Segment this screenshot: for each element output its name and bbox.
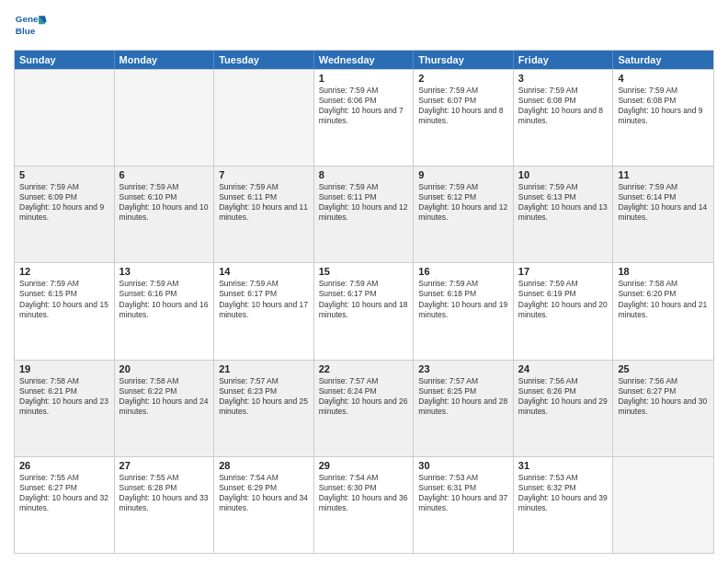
day-cell-2: 2Sunrise: 7:59 AMSunset: 6:07 PMDaylight… (414, 70, 514, 166)
day-cell-6: 6Sunrise: 7:59 AMSunset: 6:10 PMDaylight… (115, 167, 215, 262)
day-info: Sunrise: 7:53 AMSunset: 6:32 PMDaylight:… (518, 473, 609, 513)
day-cell-7: 7Sunrise: 7:59 AMSunset: 6:11 PMDaylight… (214, 167, 314, 262)
day-number: 2 (418, 73, 508, 84)
day-info: Sunrise: 7:59 AMSunset: 6:06 PMDaylight:… (319, 86, 409, 126)
day-cell-24: 24Sunrise: 7:56 AMSunset: 6:26 PMDayligh… (514, 361, 614, 456)
day-number: 6 (119, 169, 210, 180)
calendar-header: SundayMondayTuesdayWednesdayThursdayFrid… (15, 51, 713, 69)
day-cell-4: 4Sunrise: 7:59 AMSunset: 6:08 PMDaylight… (613, 70, 713, 166)
calendar-page: General Blue SundayMondayTuesdayWednesda… (0, 0, 728, 563)
header-day-saturday: Saturday (613, 51, 713, 69)
day-cell-10: 10Sunrise: 7:59 AMSunset: 6:13 PMDayligh… (514, 167, 614, 262)
day-cell-17: 17Sunrise: 7:59 AMSunset: 6:19 PMDayligh… (514, 263, 614, 359)
day-number: 8 (319, 169, 409, 180)
calendar: SundayMondayTuesdayWednesdayThursdayFrid… (14, 50, 714, 554)
day-number: 15 (319, 266, 409, 277)
day-number: 20 (119, 363, 210, 374)
day-number: 19 (19, 363, 109, 374)
day-info: Sunrise: 7:56 AMSunset: 6:26 PMDaylight:… (518, 376, 609, 417)
day-info: Sunrise: 7:59 AMSunset: 6:07 PMDaylight:… (418, 86, 508, 126)
calendar-row: 1Sunrise: 7:59 AMSunset: 6:06 PMDaylight… (15, 69, 713, 166)
day-cell-15: 15Sunrise: 7:59 AMSunset: 6:17 PMDayligh… (314, 263, 415, 359)
day-number: 7 (219, 169, 309, 180)
day-info: Sunrise: 7:58 AMSunset: 6:22 PMDaylight:… (119, 376, 210, 417)
day-number: 4 (618, 73, 709, 84)
day-info: Sunrise: 7:59 AMSunset: 6:17 PMDaylight:… (319, 279, 409, 319)
calendar-body: 1Sunrise: 7:59 AMSunset: 6:06 PMDaylight… (15, 69, 713, 553)
day-cell-3: 3Sunrise: 7:59 AMSunset: 6:08 PMDaylight… (514, 70, 614, 166)
day-cell-25: 25Sunrise: 7:56 AMSunset: 6:27 PMDayligh… (613, 361, 713, 456)
day-cell-27: 27Sunrise: 7:55 AMSunset: 6:28 PMDayligh… (115, 457, 215, 553)
day-number: 13 (119, 266, 210, 277)
day-info: Sunrise: 7:59 AMSunset: 6:11 PMDaylight:… (319, 182, 409, 223)
day-cell-26: 26Sunrise: 7:55 AMSunset: 6:27 PMDayligh… (15, 457, 115, 553)
day-cell-22: 22Sunrise: 7:57 AMSunset: 6:24 PMDayligh… (314, 361, 415, 456)
day-number: 11 (618, 169, 709, 180)
header-day-monday: Monday (115, 51, 215, 69)
day-number: 5 (19, 169, 109, 180)
calendar-row: 19Sunrise: 7:58 AMSunset: 6:21 PMDayligh… (15, 360, 713, 456)
day-number: 16 (418, 266, 508, 277)
day-info: Sunrise: 7:59 AMSunset: 6:17 PMDaylight:… (219, 279, 309, 319)
day-info: Sunrise: 7:58 AMSunset: 6:21 PMDaylight:… (19, 376, 109, 417)
header-day-thursday: Thursday (414, 51, 514, 69)
day-number: 30 (418, 460, 508, 471)
day-info: Sunrise: 7:59 AMSunset: 6:08 PMDaylight:… (518, 86, 609, 126)
day-info: Sunrise: 7:55 AMSunset: 6:27 PMDaylight:… (19, 473, 109, 513)
empty-cell (15, 70, 115, 166)
day-cell-8: 8Sunrise: 7:59 AMSunset: 6:11 PMDaylight… (314, 167, 415, 262)
day-cell-31: 31Sunrise: 7:53 AMSunset: 6:32 PMDayligh… (514, 457, 614, 553)
day-info: Sunrise: 7:57 AMSunset: 6:23 PMDaylight:… (219, 376, 309, 417)
day-info: Sunrise: 7:59 AMSunset: 6:12 PMDaylight:… (418, 182, 508, 223)
calendar-row: 12Sunrise: 7:59 AMSunset: 6:15 PMDayligh… (15, 262, 713, 359)
day-cell-5: 5Sunrise: 7:59 AMSunset: 6:09 PMDaylight… (15, 167, 115, 262)
day-number: 31 (518, 460, 609, 471)
day-number: 24 (518, 363, 609, 374)
day-cell-1: 1Sunrise: 7:59 AMSunset: 6:06 PMDaylight… (314, 70, 415, 166)
calendar-row: 26Sunrise: 7:55 AMSunset: 6:27 PMDayligh… (15, 456, 713, 553)
day-info: Sunrise: 7:59 AMSunset: 6:11 PMDaylight:… (219, 182, 309, 223)
day-number: 21 (219, 363, 309, 374)
header-day-friday: Friday (514, 51, 614, 69)
day-info: Sunrise: 7:57 AMSunset: 6:25 PMDaylight:… (418, 376, 508, 417)
day-number: 18 (618, 266, 709, 277)
empty-cell (613, 457, 713, 553)
day-info: Sunrise: 7:59 AMSunset: 6:15 PMDaylight:… (19, 279, 109, 319)
day-number: 9 (418, 169, 508, 180)
day-cell-14: 14Sunrise: 7:59 AMSunset: 6:17 PMDayligh… (214, 263, 314, 359)
day-cell-28: 28Sunrise: 7:54 AMSunset: 6:29 PMDayligh… (214, 457, 314, 553)
day-cell-9: 9Sunrise: 7:59 AMSunset: 6:12 PMDaylight… (414, 167, 514, 262)
day-cell-11: 11Sunrise: 7:59 AMSunset: 6:14 PMDayligh… (613, 167, 713, 262)
day-cell-29: 29Sunrise: 7:54 AMSunset: 6:30 PMDayligh… (314, 457, 415, 553)
day-number: 29 (319, 460, 409, 471)
svg-text:Blue: Blue (16, 26, 36, 36)
day-number: 25 (618, 363, 709, 374)
day-cell-19: 19Sunrise: 7:58 AMSunset: 6:21 PMDayligh… (15, 361, 115, 456)
day-info: Sunrise: 7:57 AMSunset: 6:24 PMDaylight:… (319, 376, 409, 417)
day-number: 12 (19, 266, 109, 277)
logo: General Blue (14, 9, 47, 42)
day-info: Sunrise: 7:59 AMSunset: 6:10 PMDaylight:… (119, 182, 210, 223)
day-cell-18: 18Sunrise: 7:58 AMSunset: 6:20 PMDayligh… (613, 263, 713, 359)
day-number: 3 (518, 73, 609, 84)
day-info: Sunrise: 7:59 AMSunset: 6:19 PMDaylight:… (518, 279, 609, 319)
day-info: Sunrise: 7:53 AMSunset: 6:31 PMDaylight:… (418, 473, 508, 513)
day-number: 10 (518, 169, 609, 180)
day-cell-20: 20Sunrise: 7:58 AMSunset: 6:22 PMDayligh… (115, 361, 215, 456)
header-day-sunday: Sunday (15, 51, 115, 69)
header-day-tuesday: Tuesday (214, 51, 314, 69)
day-info: Sunrise: 7:59 AMSunset: 6:16 PMDaylight:… (119, 279, 210, 319)
day-number: 1 (319, 73, 409, 84)
day-number: 27 (119, 460, 210, 471)
day-info: Sunrise: 7:58 AMSunset: 6:20 PMDaylight:… (618, 279, 709, 319)
page-header: General Blue (14, 9, 714, 42)
day-info: Sunrise: 7:54 AMSunset: 6:29 PMDaylight:… (219, 473, 309, 513)
day-info: Sunrise: 7:59 AMSunset: 6:13 PMDaylight:… (518, 182, 609, 223)
day-info: Sunrise: 7:54 AMSunset: 6:30 PMDaylight:… (319, 473, 409, 513)
day-number: 28 (219, 460, 309, 471)
day-info: Sunrise: 7:59 AMSunset: 6:08 PMDaylight:… (618, 86, 709, 126)
day-number: 23 (418, 363, 508, 374)
day-info: Sunrise: 7:56 AMSunset: 6:27 PMDaylight:… (618, 376, 709, 417)
empty-cell (115, 70, 215, 166)
day-cell-13: 13Sunrise: 7:59 AMSunset: 6:16 PMDayligh… (115, 263, 215, 359)
